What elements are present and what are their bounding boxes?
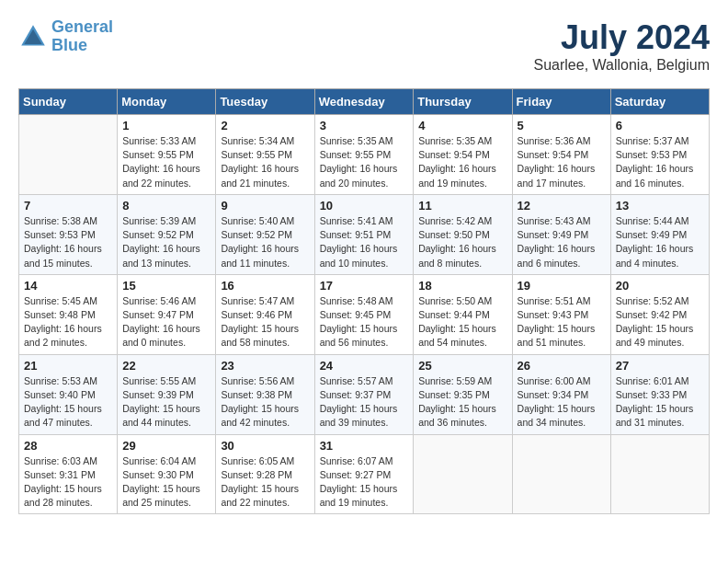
day-info: Sunrise: 5:48 AM Sunset: 9:45 PM Dayligh… xyxy=(320,294,409,350)
day-info: Sunrise: 6:04 AM Sunset: 9:30 PM Dayligh… xyxy=(122,454,210,511)
day-info: Sunrise: 6:03 AM Sunset: 9:31 PM Dayligh… xyxy=(24,454,112,511)
calendar-cell xyxy=(610,434,709,514)
day-number: 17 xyxy=(320,279,409,293)
day-number: 14 xyxy=(24,279,112,293)
calendar-cell: 4Sunrise: 5:35 AM Sunset: 9:54 PM Daylig… xyxy=(414,115,512,195)
day-number: 13 xyxy=(616,199,704,213)
calendar-table: SundayMondayTuesdayWednesdayThursdayFrid… xyxy=(18,88,710,514)
calendar-cell: 21Sunrise: 5:53 AM Sunset: 9:40 PM Dayli… xyxy=(19,354,118,434)
day-number: 1 xyxy=(122,119,210,132)
logo-text: General xyxy=(51,18,113,37)
calendar-cell: 14Sunrise: 5:45 AM Sunset: 9:48 PM Dayli… xyxy=(19,274,118,354)
day-number: 7 xyxy=(24,199,112,213)
title-block: July 2024 Suarlee, Wallonia, Belgium xyxy=(534,18,711,74)
day-number: 18 xyxy=(418,279,506,293)
day-number: 5 xyxy=(518,119,606,132)
logo: General Blue xyxy=(18,18,113,55)
calendar-cell: 1Sunrise: 5:33 AM Sunset: 9:55 PM Daylig… xyxy=(118,115,216,195)
day-info: Sunrise: 5:44 AM Sunset: 9:49 PM Dayligh… xyxy=(616,214,704,270)
day-info: Sunrise: 6:00 AM Sunset: 9:34 PM Dayligh… xyxy=(518,374,606,431)
week-row-1: 1Sunrise: 5:33 AM Sunset: 9:55 PM Daylig… xyxy=(19,115,710,195)
day-info: Sunrise: 5:42 AM Sunset: 9:50 PM Dayligh… xyxy=(418,214,506,270)
week-row-2: 7Sunrise: 5:38 AM Sunset: 9:53 PM Daylig… xyxy=(19,194,710,274)
day-number: 20 xyxy=(616,279,704,293)
day-number: 30 xyxy=(221,439,309,453)
day-number: 3 xyxy=(320,119,409,132)
calendar-cell: 12Sunrise: 5:43 AM Sunset: 9:49 PM Dayli… xyxy=(512,194,610,274)
day-number: 2 xyxy=(221,119,309,132)
col-header-monday: Monday xyxy=(118,89,216,115)
day-info: Sunrise: 5:51 AM Sunset: 9:43 PM Dayligh… xyxy=(518,294,606,350)
calendar-cell: 31Sunrise: 6:07 AM Sunset: 9:27 PM Dayli… xyxy=(314,434,414,514)
day-number: 28 xyxy=(24,439,112,453)
day-info: Sunrise: 5:36 AM Sunset: 9:54 PM Dayligh… xyxy=(518,134,606,190)
day-info: Sunrise: 5:53 AM Sunset: 9:40 PM Dayligh… xyxy=(24,374,112,431)
col-header-sunday: Sunday xyxy=(19,89,118,115)
day-number: 27 xyxy=(616,359,704,373)
calendar-cell: 19Sunrise: 5:51 AM Sunset: 9:43 PM Dayli… xyxy=(512,274,610,354)
day-info: Sunrise: 5:41 AM Sunset: 9:51 PM Dayligh… xyxy=(320,214,409,270)
day-info: Sunrise: 5:34 AM Sunset: 9:55 PM Dayligh… xyxy=(221,134,309,190)
day-info: Sunrise: 5:57 AM Sunset: 9:37 PM Dayligh… xyxy=(320,374,409,431)
location-subtitle: Suarlee, Wallonia, Belgium xyxy=(534,57,711,74)
day-info: Sunrise: 5:40 AM Sunset: 9:52 PM Dayligh… xyxy=(221,214,309,270)
calendar-cell: 13Sunrise: 5:44 AM Sunset: 9:49 PM Dayli… xyxy=(610,194,709,274)
calendar-cell: 27Sunrise: 6:01 AM Sunset: 9:33 PM Dayli… xyxy=(610,354,709,434)
calendar-cell: 24Sunrise: 5:57 AM Sunset: 9:37 PM Dayli… xyxy=(314,354,414,434)
calendar-cell: 17Sunrise: 5:48 AM Sunset: 9:45 PM Dayli… xyxy=(314,274,414,354)
day-info: Sunrise: 5:35 AM Sunset: 9:54 PM Dayligh… xyxy=(418,134,506,190)
day-number: 26 xyxy=(518,359,606,373)
month-title: July 2024 xyxy=(534,18,711,57)
day-number: 16 xyxy=(221,279,309,293)
day-number: 31 xyxy=(320,439,409,453)
calendar-cell: 20Sunrise: 5:52 AM Sunset: 9:42 PM Dayli… xyxy=(610,274,709,354)
calendar-cell: 30Sunrise: 6:05 AM Sunset: 9:28 PM Dayli… xyxy=(216,434,314,514)
day-info: Sunrise: 5:37 AM Sunset: 9:53 PM Dayligh… xyxy=(616,134,704,190)
calendar-cell: 25Sunrise: 5:59 AM Sunset: 9:35 PM Dayli… xyxy=(414,354,512,434)
day-info: Sunrise: 5:50 AM Sunset: 9:44 PM Dayligh… xyxy=(418,294,506,350)
page-header: General Blue July 2024 Suarlee, Wallonia… xyxy=(18,18,710,74)
calendar-cell: 7Sunrise: 5:38 AM Sunset: 9:53 PM Daylig… xyxy=(19,194,118,274)
day-number: 25 xyxy=(418,359,506,373)
day-info: Sunrise: 6:01 AM Sunset: 9:33 PM Dayligh… xyxy=(616,374,704,431)
calendar-cell: 9Sunrise: 5:40 AM Sunset: 9:52 PM Daylig… xyxy=(216,194,314,274)
day-info: Sunrise: 5:33 AM Sunset: 9:55 PM Dayligh… xyxy=(122,134,210,190)
day-info: Sunrise: 5:47 AM Sunset: 9:46 PM Dayligh… xyxy=(221,294,309,350)
col-header-friday: Friday xyxy=(512,89,610,115)
day-info: Sunrise: 5:52 AM Sunset: 9:42 PM Dayligh… xyxy=(616,294,704,350)
col-header-wednesday: Wednesday xyxy=(314,89,414,115)
calendar-header-row: SundayMondayTuesdayWednesdayThursdayFrid… xyxy=(19,89,710,115)
day-info: Sunrise: 5:59 AM Sunset: 9:35 PM Dayligh… xyxy=(418,374,506,431)
week-row-4: 21Sunrise: 5:53 AM Sunset: 9:40 PM Dayli… xyxy=(19,354,710,434)
day-info: Sunrise: 5:35 AM Sunset: 9:55 PM Dayligh… xyxy=(320,134,409,190)
calendar-cell xyxy=(414,434,512,514)
calendar-cell: 10Sunrise: 5:41 AM Sunset: 9:51 PM Dayli… xyxy=(314,194,414,274)
day-number: 9 xyxy=(221,199,309,213)
day-number: 8 xyxy=(122,199,210,213)
day-number: 10 xyxy=(320,199,409,213)
calendar-cell: 18Sunrise: 5:50 AM Sunset: 9:44 PM Dayli… xyxy=(414,274,512,354)
calendar-cell: 6Sunrise: 5:37 AM Sunset: 9:53 PM Daylig… xyxy=(610,115,709,195)
logo-icon xyxy=(18,22,48,52)
calendar-cell: 11Sunrise: 5:42 AM Sunset: 9:50 PM Dayli… xyxy=(414,194,512,274)
col-header-thursday: Thursday xyxy=(414,89,512,115)
day-number: 4 xyxy=(418,119,506,132)
day-info: Sunrise: 5:38 AM Sunset: 9:53 PM Dayligh… xyxy=(24,214,112,270)
calendar-cell: 23Sunrise: 5:56 AM Sunset: 9:38 PM Dayli… xyxy=(216,354,314,434)
calendar-cell xyxy=(512,434,610,514)
week-row-5: 28Sunrise: 6:03 AM Sunset: 9:31 PM Dayli… xyxy=(19,434,710,514)
calendar-cell: 2Sunrise: 5:34 AM Sunset: 9:55 PM Daylig… xyxy=(216,115,314,195)
day-number: 12 xyxy=(518,199,606,213)
calendar-cell: 8Sunrise: 5:39 AM Sunset: 9:52 PM Daylig… xyxy=(118,194,216,274)
calendar-cell: 3Sunrise: 5:35 AM Sunset: 9:55 PM Daylig… xyxy=(314,115,414,195)
day-number: 23 xyxy=(221,359,309,373)
day-number: 29 xyxy=(122,439,210,453)
day-info: Sunrise: 5:56 AM Sunset: 9:38 PM Dayligh… xyxy=(221,374,309,431)
col-header-saturday: Saturday xyxy=(610,89,709,115)
day-info: Sunrise: 5:43 AM Sunset: 9:49 PM Dayligh… xyxy=(518,214,606,270)
day-number: 21 xyxy=(24,359,112,373)
day-number: 6 xyxy=(616,119,704,132)
calendar-cell: 16Sunrise: 5:47 AM Sunset: 9:46 PM Dayli… xyxy=(216,274,314,354)
day-number: 15 xyxy=(122,279,210,293)
day-number: 24 xyxy=(320,359,409,373)
